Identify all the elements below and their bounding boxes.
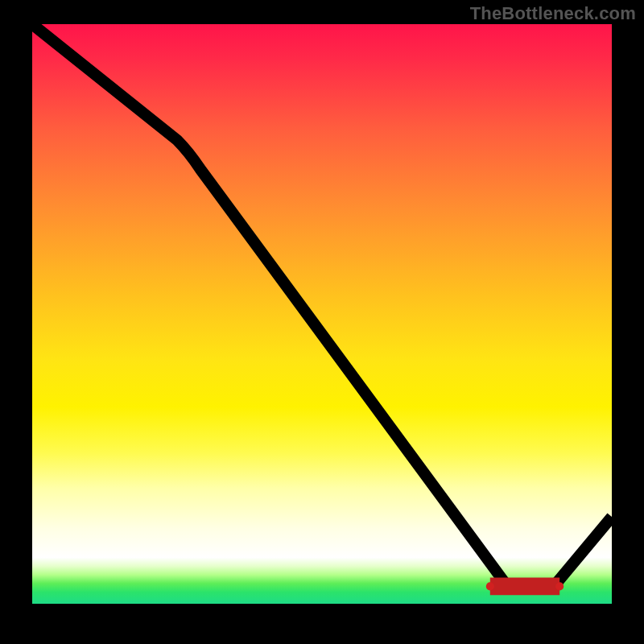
- optimal-range-dot-left: [486, 582, 494, 590]
- optimal-range-dot-right: [555, 582, 564, 590]
- watermark-text: TheBottleneck.com: [470, 3, 636, 24]
- curve-overlay: [32, 24, 612, 604]
- plot-area: [32, 24, 612, 604]
- bottleneck-curve: [32, 24, 612, 586]
- chart-frame: TheBottleneck.com: [0, 0, 644, 644]
